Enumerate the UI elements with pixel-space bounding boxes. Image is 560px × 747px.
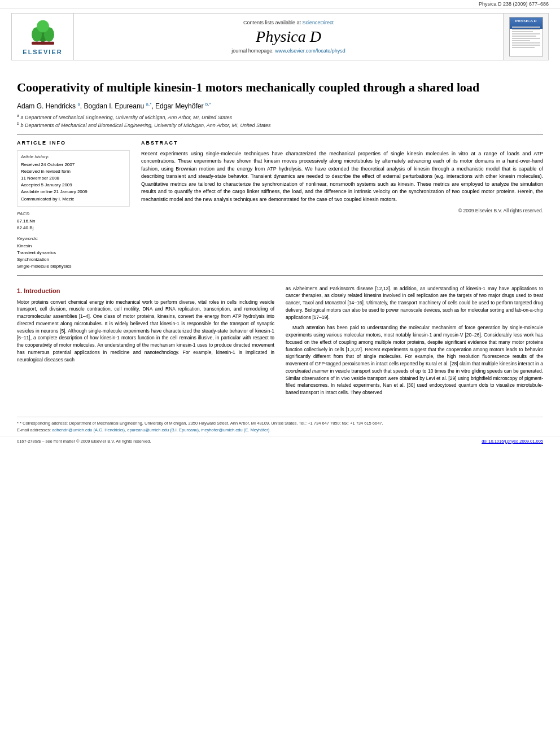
authors-line: Adam G. Hendricks a, Bogdan I. Epureanu …: [17, 102, 543, 110]
right-paragraph-1: as Alzheimer's and Parkinson's disease […: [286, 285, 543, 321]
separator-line-2: [17, 276, 543, 276]
article-info-heading: ARTICLE INFO: [17, 140, 130, 146]
page-wrapper: Physica D 238 (2009) 677–686 ELSEVIER: [0, 0, 560, 446]
body-right-text: as Alzheimer's and Parkinson's disease […: [286, 285, 543, 396]
abstract-text: Recent experiments using single-molecule…: [141, 150, 543, 204]
pacs-values: 87.16.Nn 82.40.Bj: [17, 218, 130, 231]
affiliation-a: a a Department of Mechanical Engineering…: [17, 113, 543, 120]
email-label: E-mail addresses:: [17, 427, 51, 433]
keyword-3: Synchronization: [17, 256, 130, 263]
left-column: ARTICLE INFO Article history: Received 2…: [17, 140, 130, 270]
pacs-value-2: 82.40.Bj: [17, 225, 130, 231]
body-left-column: 1. Introduction Motor proteins convert c…: [17, 285, 274, 400]
issn-text: 0167-2789/$ – see front matter © 2009 El…: [17, 439, 151, 444]
pacs-value-1: 87.16.Nn: [17, 218, 130, 225]
right-column: ABSTRACT Recent experiments using single…: [141, 140, 543, 270]
contents-line: Contents lists available at ScienceDirec…: [243, 20, 334, 25]
footnote-email: E-mail addresses: adhendri@umich.edu (A.…: [17, 427, 543, 434]
main-content: Cooperativity of multiple kinesin-1 moto…: [0, 65, 560, 411]
separator-line: [17, 134, 543, 134]
keyword-1: Kinesin: [17, 243, 130, 250]
bottom-left: 0167-2789/$ – see front matter © 2009 El…: [17, 439, 151, 444]
thumb-lines: [511, 25, 541, 49]
elsevier-logo: ELSEVIER: [23, 18, 62, 55]
article-title: Cooperativity of multiple kinesin-1 moto…: [17, 80, 543, 96]
authors-text: Adam G. Hendricks a, Bogdan I. Epureanu …: [17, 102, 211, 110]
introduction-title-text: Introduction: [24, 287, 60, 294]
revised-label-row: Received in revised form: [21, 168, 126, 174]
journal-meta-text: Physica D 238 (2009) 677–686: [479, 1, 549, 7]
svg-rect-5: [32, 42, 54, 45]
thumb-title: PHYSICA D: [515, 19, 537, 23]
svg-point-4: [37, 20, 49, 33]
keyword-2: Transient dynamics: [17, 250, 130, 256]
bottom-right: doi:10.1016/j.physd.2009.01.005: [482, 439, 543, 444]
keywords-values: Kinesin Transient dynamics Synchronizati…: [17, 243, 130, 270]
footnote-address: Department of Mechanical Engineering, Un…: [69, 421, 383, 426]
keywords-label: Keywords:: [17, 236, 130, 241]
doi-link[interactable]: doi:10.1016/j.physd.2009.01.005: [482, 439, 543, 444]
right-paragraph-2: Much attention has been paid to understa…: [286, 324, 543, 396]
keyword-4: Single-molecule biophysics: [17, 263, 130, 270]
journal-homepage-link[interactable]: www.elsevier.com/locate/physd: [275, 48, 345, 54]
received-row: Received 24 October 2007: [21, 161, 126, 168]
physica-d-title: Physica D: [256, 28, 321, 46]
footnote-corresponding: * * Corresponding address: Department of…: [17, 421, 543, 427]
elsevier-text: ELSEVIER: [23, 49, 62, 55]
journal-homepage: journal homepage: www.elsevier.com/locat…: [231, 48, 345, 54]
journal-header-center: Contents lists available at ScienceDirec…: [74, 14, 503, 60]
physica-thumbnail: PHYSICA D: [509, 17, 543, 56]
footer-section: * * Corresponding address: Department of…: [17, 417, 543, 434]
introduction-heading: 1. Introduction: [17, 287, 274, 294]
journal-meta-line: Physica D 238 (2009) 677–686: [0, 0, 560, 8]
elsevier-logo-area: ELSEVIER: [12, 14, 74, 60]
communicated-row: Communicated by I. Mezic: [21, 196, 126, 202]
available-row: Available online 21 January 2009: [21, 189, 126, 195]
article-info-box: Article history: Received 24 October 200…: [17, 150, 130, 207]
info-abstract-columns: ARTICLE INFO Article history: Received 2…: [17, 140, 543, 270]
sciencedirect-link[interactable]: ScienceDirect: [303, 20, 334, 25]
elsevier-tree-icon: [26, 18, 60, 46]
introduction-body: Motor proteins convert chemical energy i…: [17, 299, 274, 364]
pacs-label: PACS:: [17, 211, 130, 216]
footnote-address-label: * Corresponding address:: [20, 421, 68, 426]
intro-paragraph-1: Motor proteins convert chemical energy i…: [17, 299, 274, 364]
accepted-row: Accepted 5 January 2009: [21, 182, 126, 188]
affiliation-b: b b Departments of Mechanical and Biomed…: [17, 121, 543, 128]
body-columns: 1. Introduction Motor proteins convert c…: [17, 285, 543, 400]
pacs-section: PACS: 87.16.Nn 82.40.Bj: [17, 211, 130, 231]
abstract-heading: ABSTRACT: [141, 140, 543, 146]
journal-thumbnail-area: PHYSICA D: [503, 14, 548, 60]
revised-date-row: 11 November 2008: [21, 175, 126, 181]
email-links[interactable]: adhendri@umich.edu (A.G. Hendricks), epu…: [52, 427, 270, 433]
keywords-section: Keywords: Kinesin Transient dynamics Syn…: [17, 236, 130, 270]
body-right-column: as Alzheimer's and Parkinson's disease […: [286, 285, 543, 400]
copyright-line: © 2009 Elsevier B.V. All rights reserved…: [141, 208, 543, 213]
journal-header-box: ELSEVIER Contents lists available at Sci…: [11, 13, 549, 60]
bottom-bar: 0167-2789/$ – see front matter © 2009 El…: [0, 436, 560, 446]
history-label: Article history:: [21, 154, 126, 159]
